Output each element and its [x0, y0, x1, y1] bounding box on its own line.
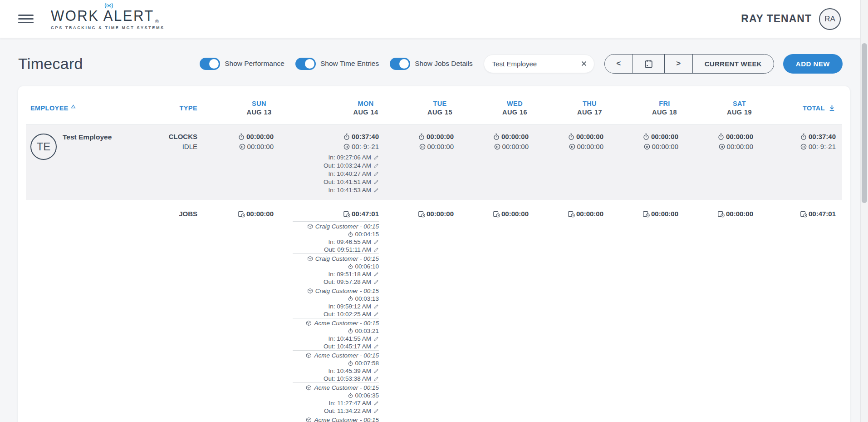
toggle-show-time-entries[interactable]: Show Time Entries — [295, 58, 379, 70]
timecard-table: EMPLOYEE TYPE SUNAUG 13 MONAUG 14 TUEAUG… — [18, 86, 850, 422]
add-new-button[interactable]: ADD NEW — [783, 54, 843, 74]
edit-icon[interactable] — [373, 336, 379, 342]
jobs-row: JOBS 00:00:00 00:47:01 Craig Customer - … — [26, 204, 842, 422]
edit-icon[interactable] — [373, 272, 379, 277]
day-column-header: SUNAUG 13 — [216, 99, 293, 117]
time-entry: Out: 11:34:22 AM — [293, 407, 379, 415]
job-cube-icon — [306, 352, 312, 358]
edit-icon[interactable] — [373, 408, 379, 414]
day-cell: 00:00:00 00:00:00 — [398, 132, 473, 194]
stopwatch-icon — [642, 133, 650, 140]
scrollbar-thumb[interactable] — [862, 43, 867, 203]
toggle-switch[interactable] — [200, 58, 220, 70]
stopwatch-icon — [717, 133, 725, 140]
job-entry: Craig Customer - 00:15 00:06:10 In: 09:5… — [293, 253, 379, 286]
edit-icon[interactable] — [373, 279, 379, 285]
edit-icon[interactable] — [373, 239, 379, 245]
employee-cell: TE Test Employee — [26, 132, 158, 194]
day-column-header: FRIAUG 18 — [623, 99, 697, 117]
day-cell: 00:00:00 — [548, 209, 623, 422]
toggle-show-performance[interactable]: Show Performance — [200, 58, 284, 70]
toggle-switch[interactable] — [390, 58, 410, 70]
clocks-row: TE Test Employee CLOCKS IDLE 00:00:00 00… — [26, 124, 842, 200]
total-cell: 00:47:01 — [772, 209, 842, 422]
next-week-button[interactable]: > — [665, 55, 693, 73]
day-column-header: TUEAUG 15 — [398, 99, 473, 117]
pause-icon — [494, 143, 501, 150]
job-entry: Acme Customer - 00:15 00:03:21 In: 10:41… — [293, 318, 379, 350]
edit-icon[interactable] — [373, 163, 379, 169]
week-navigation: < > CURRENT WEEK — [604, 54, 774, 74]
edit-icon[interactable] — [373, 304, 379, 309]
stopwatch-icon — [348, 360, 353, 366]
top-bar: WORK ALERT® GPS TRACKING & TIME MGT SYST… — [0, 0, 868, 38]
day-cell: 00:00:00 00:00:00 — [697, 132, 772, 194]
day-cell: 00:00:00 — [623, 209, 697, 422]
toggle-label: Show Jobs Details — [415, 60, 473, 68]
time-entry: In: 09:46:55 AM — [293, 238, 379, 246]
job-cube-icon — [307, 288, 313, 294]
pause-icon — [800, 143, 807, 150]
stopwatch-icon — [418, 133, 425, 140]
search-input[interactable] — [492, 60, 580, 68]
time-entry: Out: 10:41:51 AM — [293, 178, 379, 186]
pause-icon — [343, 143, 350, 150]
time-entry: In: 10:41:55 AM — [293, 335, 379, 343]
total-cell: 00:37:40 00:-9:-21 — [772, 132, 842, 194]
pause-icon — [569, 143, 576, 150]
time-entry: In: 10:45:39 AM — [293, 367, 379, 375]
day-cell: 00:47:01 Craig Customer - 00:15 00:04:15… — [293, 209, 398, 422]
job-clock-icon — [717, 210, 725, 218]
time-entry: In: 11:27:47 AM — [293, 399, 379, 407]
edit-icon[interactable] — [373, 188, 379, 193]
edit-icon[interactable] — [373, 368, 379, 374]
previous-week-button[interactable]: < — [605, 55, 633, 73]
time-entry: Out: 09:57:28 AM — [293, 278, 379, 286]
edit-icon[interactable] — [373, 376, 379, 382]
job-clock-icon — [642, 210, 650, 218]
time-entry: Out: 10:02:25 AM — [293, 310, 379, 318]
calendar-button[interactable] — [633, 55, 665, 73]
edit-icon[interactable] — [373, 171, 379, 177]
user-name: RAY TENANT — [741, 13, 812, 25]
edit-icon[interactable] — [373, 179, 379, 185]
edit-icon[interactable] — [373, 155, 379, 160]
job-entry: Acme Customer - 00:15 00:06:35 In: 11:27… — [293, 382, 379, 415]
brand-subtitle: GPS TRACKING & TIME MGT SYSTEMS — [51, 25, 165, 30]
job-clock-icon — [493, 210, 500, 218]
day-cell: 00:00:00 — [398, 209, 473, 422]
type-cell: JOBS — [158, 209, 216, 422]
edit-icon[interactable] — [373, 312, 379, 317]
day-column-header: WEDAUG 16 — [473, 99, 548, 117]
time-entry: Out: 09:51:11 AM — [293, 246, 379, 253]
time-entry: In: 10:40:27 AM — [293, 170, 379, 178]
pause-icon — [718, 143, 726, 150]
time-entry: In: 09:51:18 AM — [293, 270, 379, 278]
user-avatar[interactable]: RA — [819, 8, 841, 30]
stopwatch-icon — [348, 231, 353, 237]
page-scrollbar[interactable] — [860, 0, 868, 422]
day-cell: 00:00:00 00:00:00 — [216, 132, 293, 194]
job-clock-icon — [568, 210, 575, 218]
toggle-show-jobs-details[interactable]: Show Jobs Details — [390, 58, 473, 70]
edit-icon[interactable] — [373, 401, 379, 406]
type-cell: CLOCKS IDLE — [158, 132, 216, 194]
current-week-button[interactable]: CURRENT WEEK — [693, 55, 774, 73]
edit-icon[interactable] — [373, 247, 379, 253]
employee-column-header[interactable]: EMPLOYEE — [26, 104, 158, 112]
employee-search — [484, 55, 594, 73]
job-clock-icon — [800, 210, 807, 218]
clear-search-icon[interactable] — [580, 60, 588, 67]
day-cell: 00:00:00 — [473, 209, 548, 422]
time-entry: In: 10:41:53 AM — [293, 186, 379, 194]
time-entry: In: 09:59:12 AM — [293, 303, 379, 310]
job-clock-icon — [418, 210, 425, 218]
hamburger-menu-icon[interactable] — [18, 12, 34, 25]
toggle-switch[interactable] — [295, 58, 316, 70]
edit-icon[interactable] — [373, 344, 379, 349]
brand-logo: WORK ALERT® GPS TRACKING & TIME MGT SYST… — [51, 8, 165, 30]
day-column-header: MONAUG 14 — [293, 99, 398, 117]
stopwatch-icon — [348, 328, 353, 334]
job-clock-icon — [238, 210, 245, 218]
download-icon[interactable] — [828, 104, 836, 112]
